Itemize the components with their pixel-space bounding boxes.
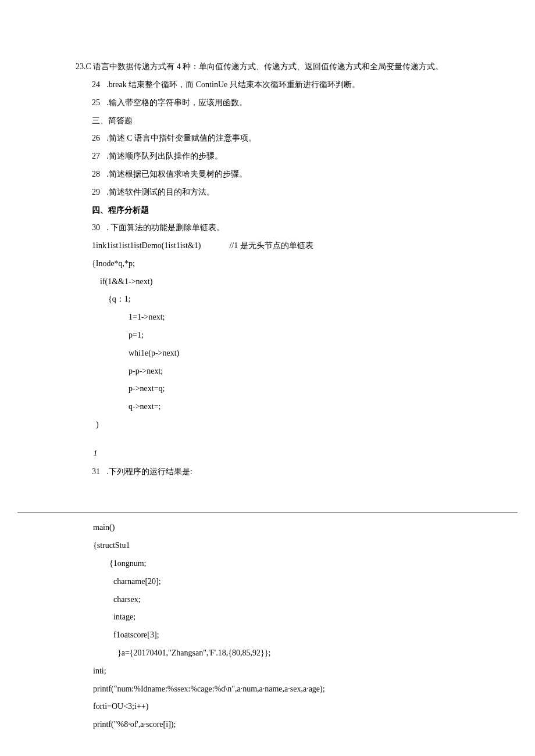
- item-29: 29.简述软件测试的目的和方法。: [76, 184, 459, 202]
- item-number: 30: [92, 219, 106, 237]
- item-number: 27: [92, 148, 106, 166]
- item-text: .简述根据已知权值求哈夫曼树的步骤。: [106, 170, 247, 178]
- code-line: 1=1->next;: [76, 309, 459, 327]
- stray-char: 1: [76, 444, 459, 463]
- item-number: 28: [92, 166, 106, 184]
- item-text: .C 语言中数据传递方式有 4 种：单向值传递方式、传递方式、返回值传递方式和全…: [84, 62, 443, 71]
- item-text: .简述顺序队列出队操作的步骤。: [106, 152, 223, 160]
- code-line: forti=OU<3;i++): [93, 698, 477, 716]
- page-2-content: main() {structStu1 {1ongnum; charname[20…: [0, 519, 535, 734]
- item-number: 29: [92, 184, 106, 202]
- item-text: .break 结束整个循环，而 ContinUe 只结束本次循环重新进行循环判断…: [106, 80, 360, 89]
- item-25: 25.输入带空格的字符串时，应该用函数。: [76, 94, 459, 112]
- item-23: 23.C 语言中数据传递方式有 4 种：单向值传递方式、传递方式、返回值传递方式…: [76, 58, 459, 76]
- item-number: 25: [92, 94, 106, 112]
- item-24: 24.break 结束整个循环，而 ContinUe 只结束本次循环重新进行循环…: [76, 76, 459, 94]
- item-text: .简述软件测试的目的和方法。: [106, 188, 215, 196]
- code-text: 1ink1ist1ist1istDemo(1ist1ist&1): [92, 241, 201, 250]
- item-number: 24: [92, 76, 106, 94]
- code-line: whi1e(p->next): [76, 345, 459, 363]
- code-line: ): [76, 416, 459, 434]
- code-line: }a={20170401,"Zhangsan",'F'.18,{80,85,92…: [93, 644, 477, 662]
- item-number: 23: [76, 62, 84, 71]
- code-line: printf("%8·of',a·score[i]);: [93, 716, 477, 734]
- code-comment: //1 是无头节点的单链表: [229, 241, 313, 250]
- section-heading-3: 三、简答题: [76, 112, 459, 130]
- item-31: 31.下列程序的运行结果是:: [76, 463, 459, 481]
- page-divider: [17, 513, 518, 513]
- page-divider-wrap: [0, 513, 535, 513]
- code-line: 1ink1ist1ist1istDemo(1ist1ist&1)//1 是无头节…: [76, 237, 459, 255]
- code-line: {Inode*q,*p;: [76, 255, 459, 273]
- item-30: 30. 下面算法的功能是删除单链表。: [76, 219, 459, 237]
- code-line: p->next=q;: [76, 380, 459, 398]
- item-number: 31: [92, 463, 106, 481]
- code-line: if(1&&1->next): [76, 273, 459, 291]
- item-text: . 下面算法的功能是删除单链表。: [106, 223, 224, 232]
- code-line: {structStu1: [93, 537, 477, 555]
- code-line: inti;: [93, 662, 477, 680]
- code-line: p=1;: [76, 327, 459, 345]
- item-28: 28.简述根据已知权值求哈夫曼树的步骤。: [76, 166, 459, 184]
- item-number: 26: [92, 130, 106, 148]
- item-26: 26.简述 C 语言中指针变量赋值的注意事项。: [76, 130, 459, 148]
- item-27: 27.简述顺序队列出队操作的步骤。: [76, 148, 459, 166]
- page-1-content: 23.C 语言中数据传递方式有 4 种：单向值传递方式、传递方式、返回值传递方式…: [0, 58, 535, 481]
- code-line: p-p->next;: [76, 363, 459, 381]
- code-line: {q：1;: [76, 291, 459, 309]
- item-text: .输入带空格的字符串时，应该用函数。: [106, 98, 247, 107]
- code-line: {1ongnum;: [93, 555, 477, 573]
- code-line: charname[20];: [93, 573, 477, 591]
- code-line: charsex;: [93, 591, 477, 609]
- item-text: .下列程序的运行结果是:: [106, 467, 192, 476]
- section-heading-4: 四、程序分析题: [76, 201, 459, 219]
- code-line: main(): [93, 519, 477, 537]
- item-text: .简述 C 语言中指针变量赋值的注意事项。: [106, 134, 256, 142]
- code-line: f1oatscore[3];: [93, 626, 477, 644]
- code-line: intage;: [93, 608, 477, 626]
- code-line: printf("num:%Idname:%ssex:%cage:%d\n",a·…: [93, 680, 477, 698]
- code-line: q->next=;: [76, 398, 459, 416]
